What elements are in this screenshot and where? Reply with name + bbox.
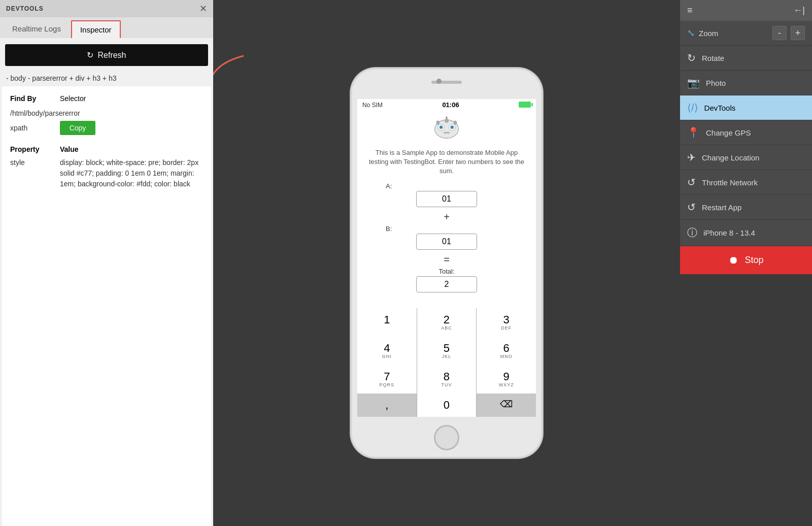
keypad-row-3: 7 PQRS 8 TUV 9 WXYZ xyxy=(357,365,536,393)
keypad-row-4: , 0 ⌫ xyxy=(357,393,536,417)
gps-icon: 📍 xyxy=(687,126,700,139)
hamburger-icon[interactable]: ≡ xyxy=(687,5,693,16)
refresh-label: Refresh xyxy=(97,51,126,60)
svg-point-7 xyxy=(451,126,453,128)
key-8[interactable]: 8 TUV xyxy=(417,365,477,393)
robot-icon xyxy=(428,116,465,144)
key-backspace[interactable]: ⌫ xyxy=(477,393,536,417)
key-2[interactable]: 2 ABC xyxy=(417,308,477,337)
key-3[interactable]: 3 DEF xyxy=(477,308,536,337)
tab-realtime-logs[interactable]: Realtime Logs xyxy=(4,20,69,38)
input-a-label: A: xyxy=(386,182,528,190)
stop-button[interactable]: ⏺ Stop xyxy=(680,246,812,274)
menu-item-throttle-network[interactable]: ↺ Throttle Network xyxy=(680,170,812,195)
find-row: Find By Selector xyxy=(10,94,203,103)
input-b-group: B: xyxy=(365,225,528,250)
style-value: display: block; white-space: pre; border… xyxy=(60,157,203,189)
refresh-icon: ↻ xyxy=(87,50,93,60)
menu-item-change-location[interactable]: ✈ Change Location xyxy=(680,145,812,170)
menu-label-iphone-info: iPhone 8 - 13.4 xyxy=(703,228,755,237)
menu-item-iphone-info[interactable]: ⓘ iPhone 8 - 13.4 xyxy=(680,220,812,246)
battery-indicator xyxy=(519,102,531,109)
menu-label-restart-app: Restart App xyxy=(702,203,741,212)
devtools-menu-icon: ⟨/⟩ xyxy=(687,102,698,114)
svg-rect-9 xyxy=(436,121,439,124)
center-area: No SIM 01:06 xyxy=(213,0,680,526)
key-9[interactable]: 9 WXYZ xyxy=(477,365,536,393)
keypad-row-2: 4 GHI 5 JKL 6 MNO xyxy=(357,337,536,365)
total-field[interactable] xyxy=(416,276,477,292)
menu-label-photo: Photo xyxy=(706,79,726,87)
right-panel-header: ≡ ←| xyxy=(680,0,812,21)
inspector-content: Find By Selector /html/body/parsererror … xyxy=(2,86,211,526)
menu-item-photo[interactable]: 📷 Photo xyxy=(680,71,812,95)
style-key: style xyxy=(10,157,56,189)
menu-label-rotate: Rotate xyxy=(702,54,724,62)
menu-item-rotate[interactable]: ↻ Rotate xyxy=(680,46,812,71)
refresh-area: ↻ Refresh xyxy=(0,38,213,70)
svg-point-6 xyxy=(440,126,442,128)
devtools-header: DEVTOOLS ✕ xyxy=(0,0,213,17)
input-b-field[interactable] xyxy=(416,234,477,250)
refresh-button[interactable]: ↻ Refresh xyxy=(5,44,208,66)
sim-status: No SIM xyxy=(362,102,383,109)
keypad-row-1: 1 2 ABC 3 DEF xyxy=(357,308,536,337)
selector-label: Selector xyxy=(60,94,203,103)
photo-icon: 📷 xyxy=(687,77,700,89)
input-a-group: A: xyxy=(365,182,528,207)
key-6[interactable]: 6 MNO xyxy=(477,337,536,365)
input-a-field[interactable] xyxy=(416,191,477,207)
breadcrumb: - body - parsererror + div + h3 + h3 xyxy=(0,70,213,86)
zoom-plus-button[interactable]: + xyxy=(791,26,805,40)
app-content: This is a Sample App to demonstrate Mobi… xyxy=(357,111,536,298)
style-row: style display: block; white-space: pre; … xyxy=(10,157,203,189)
zoom-row: ⤡ Zoom - + xyxy=(680,21,812,46)
iphone-frame: No SIM 01:06 xyxy=(350,68,543,458)
selector-value: /html/body/parsererror xyxy=(10,109,80,117)
zoom-label: Zoom xyxy=(699,29,768,38)
xpath-label: xpath xyxy=(10,124,56,132)
key-0[interactable]: 0 xyxy=(417,393,477,417)
value-header: Value xyxy=(60,145,203,153)
prop-row: Property Value xyxy=(10,145,203,153)
input-b-label: B: xyxy=(386,225,528,233)
devtools-tabs: Realtime Logs Inspector xyxy=(0,17,213,38)
network-icon: ↺ xyxy=(687,176,696,188)
key-1[interactable]: 1 xyxy=(357,308,417,337)
xpath-row: xpath Copy xyxy=(10,121,203,135)
svg-rect-13 xyxy=(446,116,447,118)
svg-rect-10 xyxy=(454,121,456,124)
right-panel: ≡ ←| ⤡ Zoom - + ↻ Rotate 📷 Photo ⟨/⟩ Dev… xyxy=(680,0,812,274)
key-7[interactable]: 7 PQRS xyxy=(357,365,417,393)
menu-label-throttle-network: Throttle Network xyxy=(702,178,758,187)
equals-sign: = xyxy=(365,254,528,266)
iphone-camera xyxy=(436,79,442,84)
property-header: Property xyxy=(10,145,56,153)
stop-icon: ⏺ xyxy=(728,254,738,266)
devtools-close-button[interactable]: ✕ xyxy=(199,4,207,13)
key-4[interactable]: 4 GHI xyxy=(357,337,417,365)
zoom-minus-button[interactable]: - xyxy=(772,26,787,40)
menu-item-devtools[interactable]: ⟨/⟩ DevTools xyxy=(680,95,812,120)
zoom-expand-icon: ⤡ xyxy=(687,27,695,39)
operator-plus: + xyxy=(365,211,528,223)
restart-icon: ↺ xyxy=(687,201,696,213)
devtools-title: DEVTOOLS xyxy=(6,5,44,12)
battery-tip xyxy=(531,103,533,106)
battery-icon xyxy=(519,102,531,108)
status-time: 01:06 xyxy=(442,101,459,109)
back-icon[interactable]: ←| xyxy=(793,5,805,16)
find-by-label: Find By xyxy=(10,94,56,103)
key-5[interactable]: 5 JKL xyxy=(417,337,477,365)
menu-item-change-gps[interactable]: 📍 Change GPS xyxy=(680,120,812,145)
key-comma[interactable]: , xyxy=(357,393,417,417)
copy-button[interactable]: Copy xyxy=(60,121,95,135)
stop-label: Stop xyxy=(745,255,763,266)
menu-label-devtools: DevTools xyxy=(704,104,736,112)
tab-inspector[interactable]: Inspector xyxy=(71,20,121,38)
menu-item-restart-app[interactable]: ↺ Restart App xyxy=(680,195,812,220)
menu-label-change-location: Change Location xyxy=(702,153,759,162)
iphone-home-button[interactable] xyxy=(434,425,459,450)
location-icon: ✈ xyxy=(687,151,696,163)
iphone-speaker xyxy=(431,81,462,84)
